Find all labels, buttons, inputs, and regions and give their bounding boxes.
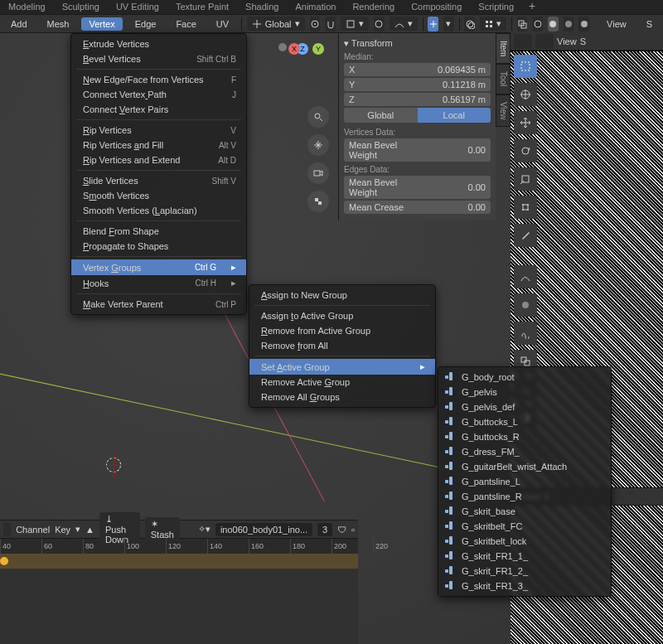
timeline-ruler[interactable]: 406080100120140160180200220 (0, 539, 358, 554)
tool-transform[interactable] (514, 196, 537, 219)
axis-x[interactable]: X (288, 43, 300, 55)
shading-solid[interactable] (548, 17, 559, 31)
menu-item[interactable]: G_pantsline_R (438, 489, 611, 504)
pivot-dropdown[interactable] (310, 17, 321, 31)
menu-item[interactable]: Extrude Vertices (71, 36, 246, 51)
menu-vertex[interactable]: Vertex (81, 17, 122, 31)
workspace-tab[interactable]: UV Editing (108, 0, 167, 14)
menu-item[interactable]: G_buttocks_R (438, 429, 611, 444)
median-z[interactable]: Z0.56197 m (344, 93, 491, 106)
uv-select-menu[interactable]: S (639, 17, 660, 31)
xray-toggle[interactable] (517, 17, 528, 31)
workspace-tab[interactable]: Compositing (403, 0, 470, 14)
menu-item[interactable]: Remove from All (249, 338, 435, 353)
menu-item[interactable]: Rip Vertices and ExtendAlt D (71, 153, 246, 167)
proportional-falloff[interactable]: ▾ (390, 17, 418, 31)
frame-tick[interactable]: 60 (41, 539, 83, 554)
snap-mode-dropdown[interactable]: ▾ (341, 17, 369, 31)
menu-item[interactable]: G_skrit_FR1_3_ (438, 579, 611, 593)
menu-item[interactable]: Assign to Active Group (249, 308, 435, 323)
menu-item[interactable]: G_skrit_base (438, 504, 611, 519)
menu-item[interactable]: Make Vertex ParentCtrl P (71, 297, 246, 312)
menu-item[interactable]: G_pelvis (438, 385, 611, 399)
pan-icon[interactable] (307, 134, 329, 156)
frame-tick[interactable]: 160 (249, 539, 290, 554)
menu-item[interactable]: G_pelvis_def (438, 399, 611, 414)
menu-item[interactable]: G_guitarBelt_wrist_Attach (438, 459, 611, 474)
persp-icon[interactable] (307, 191, 329, 212)
axis-y[interactable]: Y (312, 43, 324, 55)
tool-cursor[interactable] (514, 83, 537, 106)
menu-mesh[interactable]: Mesh (40, 17, 77, 31)
menu-item[interactable]: G_buttocks_L (438, 414, 611, 429)
menu-item[interactable]: Remove Active Group (249, 375, 435, 390)
workspace-tab[interactable]: Rendering (344, 0, 403, 14)
menu-item[interactable]: Rip Vertices and FillAlt V (71, 138, 246, 153)
transform-orientation-dropdown[interactable]: Global ▾ (247, 17, 305, 31)
menu-item[interactable]: G_skritbelt_FC (438, 519, 611, 534)
uv-view-menu[interactable]: View (599, 17, 634, 31)
ntab-item[interactable]: Item (496, 33, 511, 64)
stash-button[interactable]: ✶ Stash (145, 517, 180, 541)
menu-item[interactable]: Smooth Vertices (Laplacian) (71, 203, 246, 218)
frame-tick[interactable]: 200 (332, 539, 373, 554)
vertex-groups-submenu[interactable]: Assign to New GroupAssign to Active Grou… (249, 284, 436, 408)
menu-item[interactable]: Blend From Shape (71, 224, 246, 239)
frame-tick[interactable]: 220 (373, 539, 414, 554)
frame-tick[interactable]: 120 (166, 539, 207, 554)
uv-editor-type[interactable] (514, 34, 532, 49)
action-browse-icon[interactable]: ✧▾ (198, 524, 211, 535)
menu-item[interactable]: Bevel VerticesShift Ctrl B (71, 51, 246, 66)
ntab-view[interactable]: View (496, 94, 511, 128)
menu-item[interactable]: Vertex GroupsCtrl G▸ (71, 259, 246, 275)
add-workspace[interactable]: + (522, 0, 542, 14)
menu-item[interactable]: G_skrit_FR1_2_ (438, 564, 611, 579)
median-y[interactable]: Y0.11218 m (344, 78, 491, 91)
tool-move[interactable] (514, 111, 537, 134)
keyframe[interactable] (0, 557, 8, 565)
channel-menu[interactable]: Channel (16, 525, 50, 535)
tool-soften[interactable] (514, 293, 537, 317)
shading-wire[interactable] (532, 17, 543, 31)
mean-crease[interactable]: Mean Crease0.00 (344, 201, 491, 214)
space-toggle[interactable]: Global Local (344, 108, 491, 123)
menu-item[interactable]: New Edge/Face from VerticesF (71, 72, 246, 87)
menu-item[interactable]: Propagate to Shapes (71, 239, 246, 254)
workspace-tab[interactable]: Animation (287, 0, 344, 14)
tool-select-box[interactable] (514, 55, 537, 78)
menu-item[interactable]: Assign to New Group (249, 288, 435, 303)
snap-toggle[interactable] (325, 17, 336, 31)
axis-neg[interactable] (278, 43, 287, 51)
workspace-tab[interactable]: Sculpting (54, 0, 108, 14)
workspace-tab[interactable]: Scripting (470, 0, 522, 14)
frame-tick[interactable]: 80 (83, 539, 124, 554)
menu-item[interactable]: G_pantsline_L (438, 474, 611, 489)
workspace-tab[interactable]: Texture Paint (167, 0, 237, 14)
local-toggle[interactable]: Local (418, 108, 491, 123)
frame-tick[interactable]: 180 (290, 539, 332, 554)
menu-item[interactable]: Rip VerticesV (71, 123, 246, 138)
overlay-toggle[interactable] (464, 17, 475, 31)
uv-view-menu2[interactable]: View (557, 36, 577, 46)
vertex-menu[interactable]: Extrude VerticesBevel VerticesShift Ctrl… (70, 33, 247, 315)
summary-track[interactable] (0, 554, 358, 569)
frame-tick[interactable]: 100 (124, 539, 166, 554)
menu-item[interactable]: Connect Vertex Pairs (71, 102, 246, 117)
tool-smear[interactable] (514, 322, 537, 345)
menu-item[interactable]: Connect Vertex PathJ (71, 87, 246, 102)
workspace-tab[interactable]: Shading (237, 0, 287, 14)
tool-annotate[interactable] (514, 224, 537, 247)
new-action-icon[interactable]: ▫ (351, 525, 355, 535)
menu-item[interactable]: Smooth Vertices (71, 188, 246, 203)
action-users[interactable]: 3 (317, 523, 332, 536)
menu-item[interactable]: G_skritbelt_lock (438, 534, 611, 549)
menu-uv[interactable]: UV (209, 17, 236, 31)
menu-item[interactable]: Set Active Group▸ (249, 359, 435, 375)
gizmo-dropdown[interactable]: ▾ (443, 17, 454, 31)
action-name-field[interactable]: ino060_body01_ino... (215, 523, 312, 536)
gizmo-visibility[interactable] (428, 17, 438, 31)
menu-item[interactable]: G_skrit_FR1_1_ (438, 549, 611, 564)
tool-draw[interactable] (514, 265, 537, 288)
tool-rotate[interactable] (514, 139, 537, 162)
fake-user-icon[interactable]: 🛡 (337, 525, 346, 535)
